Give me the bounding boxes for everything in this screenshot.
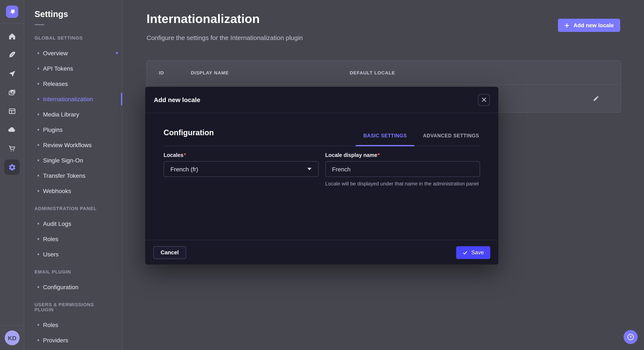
sidebar-item-admin-roles[interactable]: Roles — [24, 231, 122, 247]
sidebar-item-review-workflows[interactable]: Review Workflows — [24, 137, 122, 153]
media-library-icon[interactable] — [4, 85, 20, 100]
question-icon: ? — [626, 333, 635, 341]
paper-plane-icon[interactable] — [4, 66, 20, 81]
notification-dot — [116, 52, 118, 54]
sidebar-item-overview[interactable]: Overview — [24, 45, 122, 61]
layout-icon[interactable] — [4, 103, 20, 119]
bullet-icon — [38, 286, 39, 288]
display-name-label: Locale display name — [325, 152, 377, 158]
page-title: Internationalization — [146, 12, 260, 26]
bullet-icon — [38, 253, 39, 255]
sidebar-item-internationalization[interactable]: Internationalization — [24, 91, 122, 107]
bullet-icon — [38, 144, 39, 146]
page-subtitle: Configure the settings for the Internati… — [146, 34, 303, 41]
settings-sidebar: Settings GLOBAL SETTINGS Overview API To… — [24, 0, 123, 350]
sidebar-item-media-library[interactable]: Media Library — [24, 107, 122, 122]
home-icon[interactable] — [4, 28, 20, 44]
section-administration-panel: ADMINISTRATION PANEL — [34, 206, 112, 211]
bullet-icon — [38, 238, 39, 240]
cart-icon[interactable] — [4, 141, 20, 156]
tab-advanced-settings[interactable]: ADVANCED SETTINGS — [422, 133, 480, 146]
tab-basic-settings[interactable]: BASIC SETTINGS — [362, 133, 408, 146]
chevron-down-icon — [307, 168, 312, 171]
sidebar-item-users[interactable]: Users — [24, 247, 122, 262]
sidebar-item-audit-logs[interactable]: Audit Logs — [24, 216, 122, 231]
display-name-input[interactable] — [325, 161, 480, 177]
locales-label: Locales — [164, 152, 183, 158]
sidebar-item-email-configuration[interactable]: Configuration — [24, 279, 122, 295]
bullet-icon — [38, 223, 39, 224]
modal-section-title: Configuration — [164, 128, 214, 146]
modal-header: Add new locale — [145, 87, 498, 113]
svg-text:?: ? — [630, 335, 632, 339]
sidebar-item-transfer-tokens[interactable]: Transfer Tokens — [24, 168, 122, 183]
sidebar-item-plugins[interactable]: Plugins — [24, 122, 122, 137]
locales-field: Locales* French (fr) — [164, 152, 318, 187]
app-root: KD Settings GLOBAL SETTINGS Overview API… — [0, 0, 644, 350]
bullet-icon — [38, 83, 39, 85]
edit-pencil-icon[interactable] — [591, 93, 601, 104]
check-icon — [463, 250, 468, 255]
sidebar-title-divider — [34, 24, 44, 25]
table-header-row: ID DISPLAY NAME DEFAULT LOCALE — [147, 61, 620, 85]
bullet-icon — [38, 68, 39, 69]
bullet-icon — [38, 98, 39, 100]
add-locale-modal: Add new locale Configuration BASIC SETTI… — [145, 87, 498, 265]
settings-tabs: BASIC SETTINGS ADVANCED SETTINGS — [362, 133, 480, 146]
help-button[interactable]: ? — [624, 330, 638, 344]
sidebar-item-single-sign-on[interactable]: Single Sign-On — [24, 153, 122, 168]
required-asterisk: * — [184, 152, 186, 158]
section-email-plugin: EMAIL PLUGIN — [34, 269, 112, 274]
sidebar-title: Settings — [24, 0, 122, 19]
add-new-locale-button[interactable]: Add new locale — [558, 19, 620, 32]
column-default-locale: DEFAULT LOCALE — [350, 70, 395, 75]
bullet-icon — [38, 160, 39, 161]
save-button[interactable]: Save — [456, 246, 490, 259]
feather-icon[interactable] — [4, 47, 20, 62]
avatar[interactable]: KD — [5, 331, 20, 345]
section-users-permissions-plugin: USERS & PERMISSIONS PLUGIN — [34, 302, 112, 312]
plus-icon — [564, 23, 570, 28]
sidebar-item-releases[interactable]: Releases — [24, 76, 122, 91]
cancel-button[interactable]: Cancel — [153, 246, 186, 259]
bullet-icon — [38, 190, 39, 192]
sidebar-item-up-roles[interactable]: Roles — [24, 317, 122, 333]
close-icon[interactable] — [478, 94, 490, 106]
modal-title: Add new locale — [154, 96, 200, 103]
locales-select[interactable]: French (fr) — [164, 161, 318, 177]
cloud-icon[interactable] — [4, 122, 20, 137]
strapi-logo-icon[interactable] — [6, 5, 18, 18]
bullet-icon — [38, 339, 39, 341]
bullet-icon — [38, 52, 39, 54]
gear-icon[interactable] — [4, 160, 20, 175]
display-name-hint: Locale will be displayed under that name… — [325, 180, 480, 187]
bullet-icon — [38, 175, 39, 176]
required-asterisk: * — [378, 152, 380, 158]
column-display-name: DISPLAY NAME — [191, 70, 350, 75]
sidebar-item-webhooks[interactable]: Webhooks — [24, 183, 122, 199]
sidebar-item-api-tokens[interactable]: API Tokens — [24, 61, 122, 76]
bullet-icon — [38, 129, 39, 131]
bullet-icon — [38, 114, 39, 115]
section-global-settings: GLOBAL SETTINGS — [34, 35, 112, 40]
sidebar-item-providers[interactable]: Providers — [24, 333, 122, 348]
icon-rail: KD — [0, 0, 24, 350]
rail-divider-bottom — [0, 325, 24, 326]
bullet-icon — [38, 324, 39, 326]
modal-footer: Cancel Save — [145, 240, 498, 265]
display-name-field: Locale display name* Locale will be disp… — [325, 152, 480, 187]
column-id: ID — [159, 70, 191, 75]
rail-divider — [0, 23, 24, 23]
